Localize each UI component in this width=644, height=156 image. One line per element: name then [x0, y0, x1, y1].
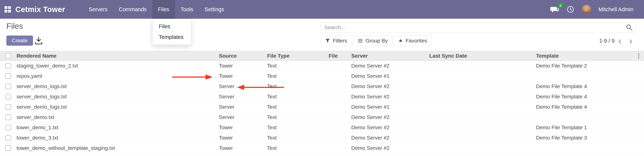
cell-source[interactable]: Tower [219, 143, 267, 153]
table-row[interactable]: server_demo_logs.txt Server Text Demo Se… [0, 92, 644, 102]
row-checkbox[interactable] [6, 135, 11, 141]
cell-server[interactable]: Demo Server #1 [351, 71, 429, 81]
cell-rendered-name[interactable]: tower_demo_without_template_staging.txt [16, 143, 219, 153]
cell-file-type[interactable]: Text [267, 92, 328, 102]
user-avatar[interactable] [582, 5, 591, 14]
cell-last-sync-date[interactable] [429, 112, 536, 123]
cell-file[interactable] [328, 112, 351, 123]
cell-file-type[interactable]: Text [267, 133, 328, 143]
cell-server[interactable]: Demo Server #2 [351, 133, 429, 143]
dropdown-item-files[interactable]: Files [152, 21, 191, 32]
cell-last-sync-date[interactable] [429, 92, 536, 102]
cell-source[interactable]: Tower [219, 61, 267, 71]
import-button[interactable] [34, 36, 44, 45]
cell-file[interactable] [328, 92, 351, 102]
row-checkbox[interactable] [6, 114, 11, 120]
table-row[interactable]: staging_tower_demo_2.txt Tower Text Demo… [0, 61, 644, 71]
menu-tools[interactable]: Tools [175, 0, 199, 19]
cell-last-sync-date[interactable] [429, 81, 536, 92]
cell-server[interactable]: Demo Server #2 [351, 143, 429, 153]
row-checkbox[interactable] [6, 94, 11, 99]
cell-rendered-name[interactable]: repos.yaml [16, 71, 219, 81]
cell-file[interactable] [328, 61, 351, 71]
favorites-button[interactable]: ★ Favorites [394, 36, 432, 46]
cell-file-type[interactable]: Text [267, 143, 328, 153]
cell-file[interactable] [328, 71, 351, 81]
cell-file[interactable] [328, 123, 351, 133]
cell-file[interactable] [328, 143, 351, 153]
cell-template[interactable]: Demo File Template 4 [536, 92, 636, 102]
row-checkbox[interactable] [6, 84, 11, 89]
table-row[interactable]: repos.yaml Tower Text Demo Server #1 [0, 71, 644, 81]
cell-rendered-name[interactable]: tower_demo_1.txt [16, 123, 219, 133]
cell-server[interactable]: Demo Server #2 [351, 112, 429, 123]
table-row[interactable]: server_demo_logs.txt Server Text Demo Se… [0, 81, 644, 92]
cell-source[interactable]: Tower [219, 133, 267, 143]
table-row[interactable]: tower_demo_1.txt Tower Text Demo Server … [0, 123, 644, 133]
cell-template[interactable]: Demo File Template 1 [536, 123, 636, 133]
menu-files[interactable]: Files Files Templates [152, 0, 175, 19]
menu-servers[interactable]: Servers [83, 0, 113, 19]
table-row[interactable]: server_demo.txt Server Text Demo Server … [0, 112, 644, 123]
user-menu[interactable]: Mitchell Admin [598, 6, 634, 12]
cell-server[interactable]: Demo Server #2 [351, 61, 429, 71]
column-header-server[interactable]: Server [351, 51, 429, 61]
row-checkbox[interactable] [6, 73, 11, 79]
cell-last-sync-date[interactable] [429, 133, 536, 143]
cell-last-sync-date[interactable] [429, 123, 536, 133]
cell-template[interactable]: Demo File Template 4 [536, 102, 636, 112]
cell-last-sync-date[interactable] [429, 143, 536, 153]
column-header-file-type[interactable]: File Type [267, 51, 328, 61]
search-submit-button[interactable] [626, 24, 633, 31]
cell-template[interactable] [536, 112, 636, 123]
column-header-source[interactable]: Source [219, 51, 267, 61]
cell-source[interactable]: Server [219, 81, 267, 92]
cell-server[interactable]: Demo Server #1 [351, 102, 429, 112]
cell-template[interactable]: Demo File Template 4 [536, 81, 636, 92]
cell-file-type[interactable]: Text [267, 71, 328, 81]
dropdown-item-templates[interactable]: Templates [152, 32, 191, 42]
column-header-rendered-name[interactable]: Rendered Name [16, 51, 219, 61]
cell-server[interactable]: Demo Server #2 [351, 92, 429, 102]
cell-source[interactable]: Tower [219, 71, 267, 81]
filters-button[interactable]: Filters [320, 36, 352, 46]
cell-rendered-name[interactable]: staging_tower_demo_2.txt [16, 61, 219, 71]
table-row[interactable]: server_demo_logs.txt Server Text Demo Se… [0, 102, 644, 112]
column-header-template[interactable]: Template [536, 51, 636, 61]
cell-template[interactable] [536, 143, 636, 153]
row-checkbox[interactable] [6, 63, 11, 69]
app-brand[interactable]: Cetmix Tower [16, 5, 65, 14]
menu-settings[interactable]: Settings [199, 0, 230, 19]
cell-rendered-name[interactable]: server_demo_logs.txt [16, 92, 219, 102]
pager-next-button[interactable]: › [626, 36, 636, 46]
cell-template[interactable]: Demo File Template 3 [536, 133, 636, 143]
select-all-checkbox[interactable] [6, 53, 11, 59]
activities-button[interactable] [566, 5, 574, 13]
table-row[interactable]: tower_demo_without_template_staging.txt … [0, 143, 644, 153]
cell-source[interactable]: Server [219, 92, 267, 102]
cell-file-type[interactable]: Text [267, 123, 328, 133]
column-header-file[interactable]: File [328, 51, 351, 61]
cell-rendered-name[interactable]: tower_demo_3.txt [16, 133, 219, 143]
cell-last-sync-date[interactable] [429, 61, 536, 71]
row-checkbox[interactable] [6, 145, 11, 151]
column-header-last-sync-date[interactable]: Last Sync Date [429, 51, 536, 61]
cell-last-sync-date[interactable] [429, 71, 536, 81]
cell-source[interactable]: Server [219, 112, 267, 123]
group-by-button[interactable]: Group By [353, 36, 392, 46]
cell-source[interactable]: Server [219, 102, 267, 112]
cell-file-type[interactable]: Text [267, 61, 328, 71]
cell-source[interactable]: Tower [219, 123, 267, 133]
cell-rendered-name[interactable]: server_demo_logs.txt [16, 81, 219, 92]
cell-server[interactable]: Demo Server #2 [351, 123, 429, 133]
cell-file[interactable] [328, 102, 351, 112]
table-row[interactable]: tower_demo_3.txt Tower Text Demo Server … [0, 133, 644, 143]
create-button[interactable]: Create [6, 36, 33, 46]
messages-button[interactable]: 4 [550, 6, 559, 13]
search-input[interactable] [320, 24, 626, 30]
cell-file-type[interactable]: Text [267, 112, 328, 123]
row-checkbox[interactable] [6, 125, 11, 130]
cell-template[interactable] [536, 71, 636, 81]
cell-file[interactable] [328, 81, 351, 92]
cell-rendered-name[interactable]: server_demo_logs.txt [16, 102, 219, 112]
